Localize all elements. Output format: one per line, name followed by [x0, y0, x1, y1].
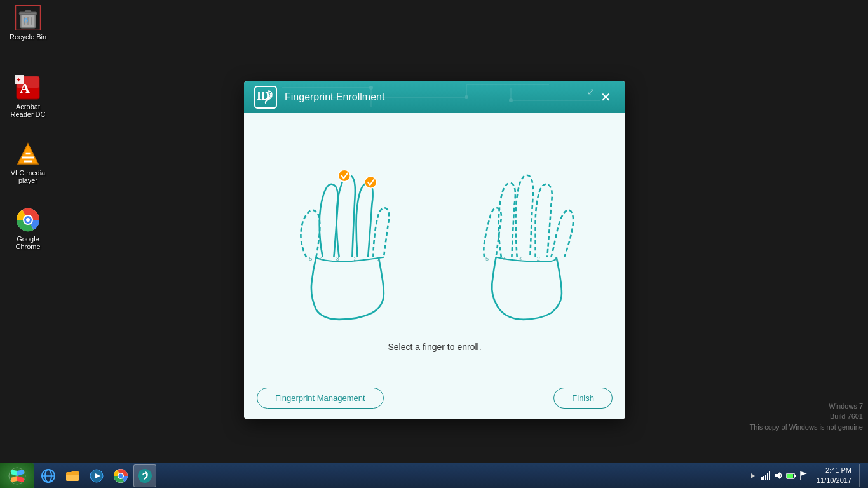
vlc-label: VLC mediaplayer: [11, 169, 45, 184]
chrome-graphic: [15, 207, 41, 233]
svg-point-41: [339, 170, 351, 182]
network-status-icon: [761, 471, 771, 481]
chrome-taskbar-icon: [113, 468, 128, 484]
battery-icon[interactable]: [786, 471, 796, 481]
fingerprint-taskbar-icon: [137, 468, 153, 484]
svg-rect-61: [765, 475, 766, 480]
svg-text:5: 5: [485, 255, 489, 262]
recycle-bin-label: Recycle Bin: [10, 33, 46, 41]
svg-rect-66: [794, 475, 796, 477]
svg-rect-3: [25, 10, 31, 13]
taskbar-ie-icon[interactable]: [37, 464, 60, 487]
svg-line-6: [31, 17, 32, 25]
svg-point-57: [138, 469, 152, 483]
desktop: ♻ Recycle Bin A ✦ AcrobatReader DC: [0, 0, 868, 463]
taskbar: 2:41 PM 11/10/2017: [0, 463, 868, 488]
dialog-titlebar: ID Fingerprint Enrollment ⤢ ✕: [244, 81, 625, 113]
folder-icon: [65, 468, 80, 484]
svg-rect-62: [767, 473, 768, 480]
watermark-line2: Build 7601: [749, 411, 863, 422]
taskbar-chrome-icon[interactable]: [109, 464, 132, 487]
hands-container: 5 4 3 2 1: [257, 126, 613, 329]
circuit-svg: [244, 81, 625, 113]
chrome-label: GoogleChrome: [15, 235, 40, 250]
svg-text:4: 4: [320, 255, 323, 262]
system-clock[interactable]: 2:41 PM 11/10/2017: [811, 466, 857, 485]
taskbar-fp-icon[interactable]: [133, 464, 156, 487]
svg-marker-64: [775, 472, 780, 479]
resize-icon[interactable]: ⤢: [587, 86, 595, 97]
dialog-footer: Fingerprint Management Finish: [244, 380, 625, 419]
instruction-text: Select a finger to enroll.: [257, 342, 613, 352]
circuit-decoration: [244, 81, 625, 113]
battery-status-icon: [786, 471, 796, 481]
volume-status-icon: [773, 471, 783, 481]
svg-text:1: 1: [377, 255, 381, 262]
svg-text:5: 5: [309, 255, 312, 262]
taskbar-explorer-icon[interactable]: [61, 464, 84, 487]
windows-watermark: Windows 7 Build 7601 This copy of Window…: [749, 401, 863, 433]
recycle-bin-icon[interactable]: ♻ Recycle Bin: [3, 3, 53, 43]
chrome-icon[interactable]: GoogleChrome: [3, 205, 53, 253]
system-tray: 2:41 PM 11/10/2017: [743, 464, 868, 487]
tray-arrow-icon: [750, 471, 756, 481]
clock-time: 2:41 PM: [817, 466, 851, 475]
acrobat-graphic: A ✦: [15, 75, 41, 100]
recycle-bin-graphic: ♻: [15, 5, 41, 30]
acrobat-label: AcrobatReader DC: [10, 103, 45, 118]
vlc-icon[interactable]: VLC mediaplayer: [3, 139, 53, 187]
fingerprint-dialog: ID Fingerprint Enrollment ⤢ ✕: [244, 81, 625, 419]
svg-marker-58: [751, 473, 755, 478]
media-player-icon: [89, 468, 104, 484]
svg-text:2: 2: [537, 255, 540, 262]
svg-text:3: 3: [519, 255, 522, 262]
svg-point-33: [509, 98, 513, 102]
vlc-graphic: [15, 141, 41, 166]
svg-text:♻: ♻: [23, 17, 29, 24]
watermark-line1: Windows 7: [749, 401, 863, 412]
svg-point-23: [26, 218, 30, 222]
finish-button[interactable]: Finish: [553, 388, 613, 409]
clock-date: 11/10/2017: [817, 476, 851, 485]
svg-text:✦: ✦: [16, 76, 21, 83]
svg-point-56: [119, 473, 123, 478]
show-desktop-button[interactable]: [859, 464, 863, 487]
svg-rect-67: [787, 474, 793, 478]
acrobat-icon[interactable]: A ✦ AcrobatReader DC: [3, 72, 53, 121]
taskbar-pinned-icons: [34, 464, 159, 487]
left-hand: 5 4 3 2 1: [276, 126, 416, 323]
flag-icon: [799, 471, 808, 481]
svg-point-42: [365, 177, 377, 189]
svg-text:1: 1: [555, 255, 559, 262]
svg-rect-60: [763, 476, 764, 480]
start-button[interactable]: [0, 463, 34, 489]
show-hidden-icons[interactable]: [748, 471, 758, 481]
svg-rect-59: [761, 477, 763, 480]
svg-point-30: [465, 95, 468, 99]
svg-text:2: 2: [353, 255, 356, 262]
svg-point-29: [369, 86, 373, 90]
dialog-content: 5 4 3 2 1: [244, 113, 625, 380]
watermark-line3: This copy of Windows is not genuine: [749, 422, 863, 433]
svg-rect-63: [769, 471, 770, 480]
right-hand: 5 4 3 2 1: [454, 126, 593, 323]
taskbar-media-icon[interactable]: [85, 464, 108, 487]
ie-icon: [41, 468, 56, 484]
volume-icon[interactable]: [773, 471, 783, 481]
network-icon[interactable]: [761, 471, 771, 481]
svg-text:4: 4: [503, 255, 506, 262]
fingerprint-management-button[interactable]: Fingerprint Management: [257, 388, 384, 409]
svg-marker-68: [801, 471, 807, 476]
svg-text:3: 3: [336, 255, 339, 262]
windows-logo-icon: [8, 466, 27, 485]
action-center-icon[interactable]: [799, 471, 809, 481]
